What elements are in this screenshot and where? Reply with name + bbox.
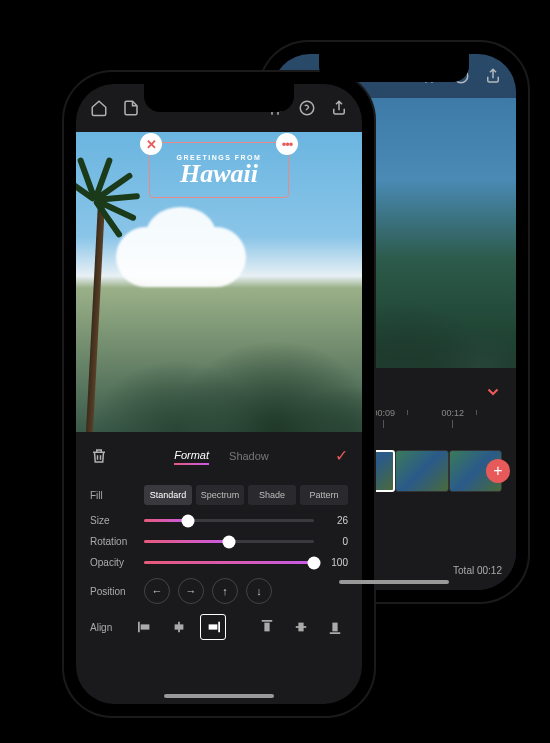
- size-label: Size: [90, 515, 134, 526]
- align-label: Align: [90, 622, 122, 633]
- file-icon[interactable]: [122, 99, 140, 117]
- svg-rect-11: [298, 623, 303, 632]
- svg-rect-3: [141, 624, 150, 629]
- svg-rect-6: [218, 622, 220, 633]
- phone-front: ✕ ••• GREETINGS FROM Hawaii Format Shado…: [64, 72, 374, 716]
- svg-rect-12: [330, 632, 341, 634]
- format-panel: Format Shadow ✓ Fill Standard Spectrum S…: [76, 432, 362, 704]
- notch: [319, 54, 469, 82]
- svg-rect-8: [262, 620, 273, 622]
- tick-label: 00:12: [442, 408, 465, 418]
- align-vcenter-button[interactable]: [288, 614, 314, 640]
- align-left-button[interactable]: [132, 614, 158, 640]
- size-value: 26: [324, 515, 348, 526]
- share-icon[interactable]: [330, 99, 348, 117]
- fill-label: Fill: [90, 490, 134, 501]
- nudge-right-button[interactable]: →: [178, 578, 204, 604]
- total-time: Total 00:12: [453, 565, 502, 576]
- add-clip-button[interactable]: +: [486, 459, 510, 483]
- nudge-down-button[interactable]: ↓: [246, 578, 272, 604]
- rotation-slider[interactable]: [144, 540, 314, 543]
- size-slider[interactable]: [144, 519, 314, 522]
- collapse-icon[interactable]: [484, 382, 502, 400]
- svg-rect-5: [175, 624, 184, 629]
- tab-format[interactable]: Format: [174, 447, 209, 465]
- svg-rect-2: [138, 622, 140, 633]
- tab-shadow[interactable]: Shadow: [229, 448, 269, 464]
- fill-option-spectrum[interactable]: Spectrum: [196, 485, 244, 505]
- sticker-title: Hawaii: [180, 161, 258, 187]
- home-indicator[interactable]: [339, 580, 449, 584]
- position-label: Position: [90, 586, 134, 597]
- canvas[interactable]: ✕ ••• GREETINGS FROM Hawaii: [76, 132, 362, 432]
- nudge-left-button[interactable]: ←: [144, 578, 170, 604]
- svg-rect-7: [209, 624, 218, 629]
- nudge-up-button[interactable]: ↑: [212, 578, 238, 604]
- home-indicator[interactable]: [164, 694, 274, 698]
- tick-label: 00:09: [372, 408, 395, 418]
- sticker-more-button[interactable]: •••: [276, 133, 298, 155]
- rotation-label: Rotation: [90, 536, 134, 547]
- palm-tree: [76, 162, 120, 432]
- fill-option-pattern[interactable]: Pattern: [300, 485, 348, 505]
- text-sticker[interactable]: ✕ ••• GREETINGS FROM Hawaii: [149, 142, 289, 198]
- align-bottom-button[interactable]: [322, 614, 348, 640]
- align-hcenter-button[interactable]: [166, 614, 192, 640]
- align-top-button[interactable]: [254, 614, 280, 640]
- clip[interactable]: [395, 450, 449, 492]
- fill-option-shade[interactable]: Shade: [248, 485, 296, 505]
- help-icon[interactable]: [298, 99, 316, 117]
- svg-rect-9: [264, 623, 269, 632]
- notch: [144, 84, 294, 112]
- trash-icon[interactable]: [90, 447, 108, 465]
- svg-rect-13: [332, 623, 337, 632]
- fill-option-standard[interactable]: Standard: [144, 485, 192, 505]
- share-icon[interactable]: [484, 67, 502, 85]
- confirm-button[interactable]: ✓: [335, 446, 348, 465]
- home-icon[interactable]: [90, 99, 108, 117]
- align-right-button[interactable]: [200, 614, 226, 640]
- sticker-close-button[interactable]: ✕: [140, 133, 162, 155]
- opacity-value: 100: [324, 557, 348, 568]
- rotation-value: 0: [324, 536, 348, 547]
- opacity-slider[interactable]: [144, 561, 314, 564]
- opacity-label: Opacity: [90, 557, 134, 568]
